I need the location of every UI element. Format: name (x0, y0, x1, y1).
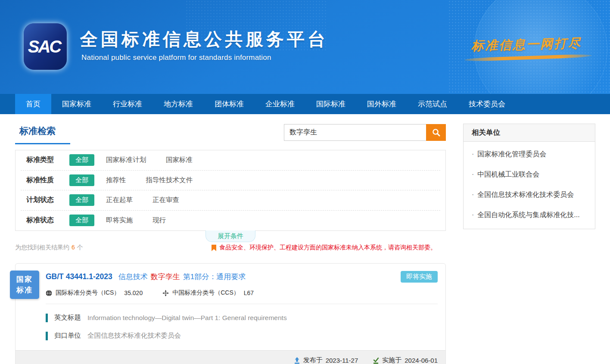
implement-check-icon (373, 357, 379, 364)
status-badge: 即将实施 (401, 271, 438, 283)
bullet: · (472, 191, 474, 199)
field-value: Information technology—Digital twin—Part… (87, 314, 287, 322)
filter-label: 标准类型 (26, 156, 69, 165)
related-units-list: · 国家标准化管理委员会 · 中国机械工业联合会 · 全国信息技术标准化技术委员… (464, 142, 595, 225)
filter-row-standard-type: 标准类型 全部 国家标准计划 国家标准 (21, 150, 440, 171)
implemented-value: 2024-06-01 (405, 357, 438, 364)
bullet: · (472, 150, 474, 158)
section-title-standard-search: 标准检索 (15, 124, 70, 144)
result-title-row: GB/T 43441.1-2023 信息技术 数字孪生 第1部分：通用要求 即将… (46, 271, 438, 283)
results-bar: 为您找到相关结果约6个 食品安全、环境保护、工程建设方面的国家标准未纳入本系统，… (15, 244, 446, 252)
nav-item-foreign-standards[interactable]: 国外标准 (356, 94, 407, 114)
search-term-highlight[interactable]: 数字孪生 (151, 272, 180, 282)
filter-option[interactable]: 正在审查 (152, 196, 179, 205)
badge-line: 标准 (16, 285, 33, 296)
badge-line: 国家 (16, 274, 33, 285)
search-box (284, 124, 446, 141)
main-nav: 首页 国家标准 行业标准 地方标准 团体标准 企业标准 国际标准 国外标准 示范… (0, 94, 610, 114)
filter-option[interactable]: 国家标准计划 (106, 156, 146, 165)
filter-option[interactable]: 现行 (152, 216, 166, 225)
expand-conditions-button[interactable]: 展开条件 (205, 230, 255, 242)
nav-item-national-standards[interactable]: 国家标准 (51, 94, 102, 114)
nav-item-industry-standards[interactable]: 行业标准 (102, 94, 153, 114)
ics-label: 国际标准分类号（ICS） (56, 289, 120, 297)
nav-item-enterprise-standards[interactable]: 企业标准 (255, 94, 305, 114)
field-accent-bar (46, 332, 48, 340)
related-unit-label: 全国信息技术标准化技术委员会 (477, 190, 574, 199)
standard-code-link[interactable]: GB/T 43441.1-2023 (46, 272, 112, 281)
published-date: 发布于 2023-11-27 (294, 356, 358, 364)
filter-option[interactable]: 正在起草 (106, 196, 133, 205)
sidebar-column: 相关单位 · 国家标准化管理委员会 · 中国机械工业联合会 · 全国信息技术标准… (463, 124, 595, 229)
filter-label: 计划状态 (26, 196, 69, 205)
header-slogan: 标准信息一网打尽 (471, 35, 582, 55)
result-count-prefix: 为您找到相关结果约 (15, 244, 69, 251)
field-row-english-title: 英文标题 Information technology—Digital twin… (46, 313, 438, 322)
bullet: · (472, 211, 474, 219)
filter-row-standard-nature: 标准性质 全部 推荐性 指导性技术文件 (21, 171, 440, 191)
related-units-panel: 相关单位 · 国家标准化管理委员会 · 中国机械工业联合会 · 全国信息技术标准… (463, 124, 595, 229)
filter-label: 标准状态 (26, 216, 69, 225)
implemented-date: 实施于 2024-06-01 (373, 356, 438, 364)
nav-item-technical-committees[interactable]: 技术委员会 (458, 94, 516, 114)
filter-all-button[interactable]: 全部 (69, 215, 94, 226)
result-count-number: 6 (72, 244, 75, 251)
search-section: 标准检索 (15, 124, 446, 144)
system-notice: 食品安全、环境保护、工程建设方面的国家标准未纳入本系统，请咨询相关部委。 (212, 244, 436, 252)
site-header: SAC 全国标准信息公共服务平台 National public service… (0, 0, 610, 94)
compass-icon (162, 290, 169, 296)
related-unit-link[interactable]: · 国家标准化管理委员会 (464, 144, 595, 165)
bullet: · (472, 171, 474, 178)
filter-option[interactable]: 国家标准 (166, 156, 193, 165)
ics-value: 35.020 (124, 289, 143, 296)
nav-item-pilot-programs[interactable]: 示范试点 (407, 94, 458, 114)
standard-title[interactable]: 第1部分：通用要求 (183, 272, 246, 282)
filter-panel: 标准类型 全部 国家标准计划 国家标准 标准性质 全部 推荐性 指导性技术文件 … (15, 150, 446, 231)
related-unit-label: 国家标准化管理委员会 (477, 150, 546, 159)
globe-icon (46, 290, 52, 296)
filter-label: 标准性质 (26, 176, 69, 185)
sac-logo-text: SAC (28, 37, 62, 56)
result-count-suffix: 个 (77, 244, 83, 251)
result-card: 国家 标准 GB/T 43441.1-2023 信息技术 数字孪生 第1部分：通… (15, 263, 446, 364)
search-button[interactable] (426, 124, 446, 141)
field-row-committee: 归口单位 全国信息技术标准化技术委员会 (46, 331, 438, 340)
nav-item-home[interactable]: 首页 (15, 94, 51, 114)
field-label: 归口单位 (54, 331, 81, 340)
filter-option[interactable]: 推荐性 (106, 176, 126, 185)
filter-all-button[interactable]: 全部 (69, 174, 94, 186)
filter-row-standard-status: 标准状态 全部 即将实施 现行 (21, 211, 440, 231)
classification-row: 国际标准分类号（ICS） 35.020 中国标准分类号（CCS） L67 (46, 289, 438, 297)
filter-all-button[interactable]: 全部 (69, 194, 94, 206)
main-column: 标准检索 标准类型 全部 国家标准计划 国家标准 标准性质 全部 推荐性 (15, 124, 446, 364)
notice-text: 食品安全、环境保护、工程建设方面的国家标准未纳入本系统，请咨询相关部委。 (219, 244, 436, 252)
standard-title[interactable]: 信息技术 (118, 272, 148, 282)
related-unit-link[interactable]: · 中国机械工业联合会 (464, 165, 595, 185)
related-unit-label: 中国机械工业联合会 (477, 170, 539, 179)
site-title: 全国标准信息公共服务平台 (80, 28, 328, 51)
nav-item-international-standards[interactable]: 国际标准 (305, 94, 356, 114)
nav-item-local-standards[interactable]: 地方标准 (153, 94, 204, 114)
sac-logo[interactable]: SAC (24, 23, 67, 70)
nav-item-group-standards[interactable]: 团体标准 (204, 94, 255, 114)
ccs-label: 中国标准分类号（CCS） (172, 289, 240, 297)
divider (46, 304, 438, 304)
result-card-body: GB/T 43441.1-2023 信息技术 数字孪生 第1部分：通用要求 即将… (16, 264, 445, 350)
published-label: 发布于 (303, 356, 323, 364)
published-value: 2023-11-27 (326, 357, 358, 364)
filter-option[interactable]: 即将实施 (106, 216, 133, 225)
page-content: 标准检索 标准类型 全部 国家标准计划 国家标准 标准性质 全部 推荐性 (0, 114, 610, 364)
related-unit-link[interactable]: · 全国自动化系统与集成标准化技... (464, 205, 595, 225)
filter-all-button[interactable]: 全部 (69, 154, 94, 166)
field-accent-bar (46, 314, 48, 322)
search-input[interactable] (284, 124, 426, 141)
standard-type-badge: 国家 标准 (10, 271, 39, 299)
filter-option[interactable]: 指导性技术文件 (146, 176, 193, 185)
ccs-value: L67 (244, 289, 254, 296)
filter-row-plan-status: 计划状态 全部 正在起草 正在审查 (21, 190, 440, 211)
related-unit-link[interactable]: · 全国信息技术标准化技术委员会 (464, 185, 595, 205)
result-count: 为您找到相关结果约6个 (15, 244, 83, 252)
bookmark-icon (212, 245, 216, 251)
field-label: 英文标题 (54, 313, 81, 322)
publish-upload-icon (294, 357, 300, 364)
